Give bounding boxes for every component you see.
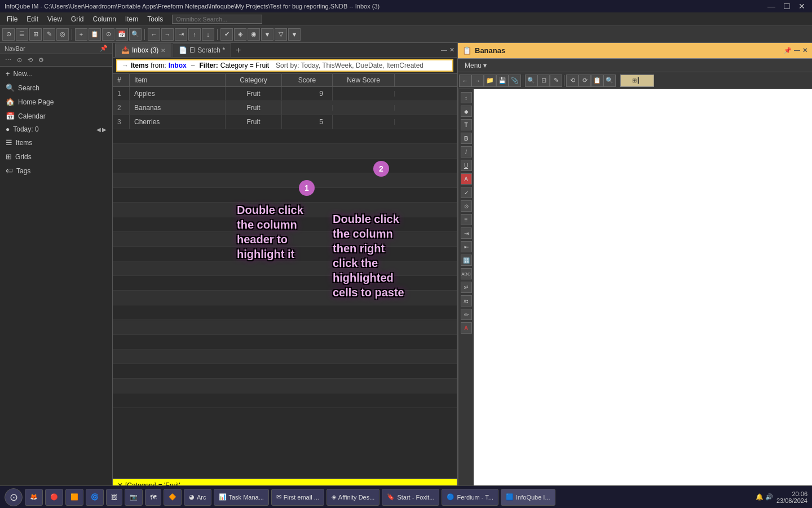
right-toolbar-btn-4[interactable]: 💾	[496, 75, 509, 87]
toolbar-btn-21[interactable]: ▼	[288, 28, 301, 41]
toolbar-btn-9[interactable]: 📅	[116, 28, 128, 41]
toolbar-btn-17[interactable]: ◈	[234, 28, 246, 41]
taskbar-app5[interactable]: 🌀	[86, 489, 104, 506]
toolbar-btn-7[interactable]: 📋	[89, 28, 101, 41]
col-header-newscore[interactable]: New Score	[333, 74, 395, 86]
right-panel-min[interactable]: —	[794, 47, 800, 54]
taskbar-start[interactable]: ⊙	[5, 488, 23, 506]
col-header-item[interactable]: Item	[130, 74, 226, 86]
taskbar-arc[interactable]: ◕ Arc	[184, 489, 211, 506]
toolbar-btn-5[interactable]: ◎	[56, 28, 69, 41]
tab-win-close[interactable]: ✕	[449, 46, 454, 54]
toolbar-btn-20[interactable]: ▽	[275, 28, 287, 41]
close-button[interactable]: ✕	[796, 2, 807, 11]
right-toolbar-btn-9[interactable]: ⟲	[566, 75, 579, 87]
minimize-button[interactable]: —	[765, 2, 778, 11]
right-toolbar-btn-2[interactable]: →	[471, 75, 484, 87]
side-btn-arrow[interactable]: ↕	[461, 92, 472, 103]
toolbar-btn-18[interactable]: ◉	[248, 28, 260, 41]
toolbar-btn-16[interactable]: ✔	[220, 28, 233, 41]
menu-column[interactable]: Column	[89, 14, 121, 24]
today-next-arrow[interactable]: ▶	[102, 126, 107, 133]
side-btn-text[interactable]: T	[461, 119, 472, 130]
right-panel-close[interactable]: ✕	[802, 47, 807, 54]
tab-scratch[interactable]: 📄 El Scratch *	[173, 43, 231, 57]
side-btn-bold[interactable]: B	[461, 133, 472, 144]
toolbar-btn-1[interactable]: ⊙	[2, 28, 15, 41]
taskbar-affinity[interactable]: ◈ Affinity Des...	[326, 489, 380, 506]
omnibox-input[interactable]	[172, 15, 262, 24]
side-btn-bullet[interactable]: ≡	[461, 214, 472, 225]
sidebar-item-today[interactable]: ● Today: 0 ◀ ▶	[0, 123, 112, 135]
menu-view[interactable]: View	[43, 14, 67, 24]
taskbar-app6[interactable]: 🖼	[106, 489, 122, 506]
tab-inbox[interactable]: 📥 Inbox (3) ✕	[115, 43, 171, 57]
side-btn-super[interactable]: x²	[461, 282, 472, 293]
toolbar-btn-10[interactable]: 🔍	[129, 28, 142, 41]
toolbar-btn-8[interactable]: ⊙	[102, 28, 114, 41]
right-toolbar-btn-8[interactable]: ✎	[550, 75, 562, 87]
menu-edit[interactable]: Edit	[22, 14, 43, 24]
today-prev-arrow[interactable]: ◀	[96, 126, 101, 133]
taskbar-taskmgr[interactable]: 📊 Task Mana...	[214, 489, 269, 506]
add-tab-button[interactable]: +	[232, 45, 244, 55]
toolbar-btn-3[interactable]: ⊞	[29, 28, 42, 41]
menu-grid[interactable]: Grid	[67, 14, 89, 24]
taskbar-foxit[interactable]: 🔖 Start - Foxit...	[382, 489, 439, 506]
side-btn-checkbox[interactable]: ✓	[461, 187, 472, 198]
side-btn-font-color[interactable]: A	[461, 322, 472, 334]
sidebar-item-calendar[interactable]: 📅 Calendar	[0, 109, 112, 123]
toolbar-btn-2[interactable]: ☰	[16, 28, 28, 41]
side-btn-abc[interactable]: ABC	[461, 268, 472, 279]
navbar-pin-icon[interactable]: 📌	[100, 45, 108, 52]
sidebar-item-grids[interactable]: ⊞ Grids	[0, 150, 112, 164]
col-header-num[interactable]: #	[113, 74, 130, 86]
side-btn-num[interactable]: 🔢	[461, 255, 472, 266]
navbar-home-btn[interactable]: ⊙	[15, 56, 24, 64]
maximize-button[interactable]: ☐	[781, 2, 793, 11]
right-toolbar-btn-7[interactable]: ⊡	[537, 75, 550, 87]
side-btn-italic[interactable]: I	[461, 146, 472, 157]
inbox-tab-close[interactable]: ✕	[161, 47, 165, 54]
navbar-menu-btn[interactable]: ⋯	[3, 56, 13, 64]
toolbar-btn-12[interactable]: →	[161, 28, 174, 41]
side-btn-pen[interactable]: ✏	[461, 309, 472, 320]
sidebar-item-search[interactable]: 🔍 Search	[0, 81, 112, 95]
taskbar-app7[interactable]: 📷	[125, 489, 143, 506]
col-header-category[interactable]: Category	[226, 74, 282, 86]
right-toolbar-btn-10[interactable]: ⟳	[579, 75, 591, 87]
taskbar-app9[interactable]: 🔶	[164, 489, 182, 506]
toolbar-btn-15[interactable]: ↓	[202, 28, 214, 41]
side-btn-outdent[interactable]: ⇤	[461, 241, 472, 252]
right-toolbar-btn-6[interactable]: 🔍	[525, 75, 537, 87]
toolbar-btn-6[interactable]: +	[75, 28, 87, 41]
navbar-refresh-btn[interactable]: ⟲	[26, 56, 34, 64]
toolbar-btn-4[interactable]: ✎	[43, 28, 55, 41]
taskbar-firefox[interactable]: 🦊	[25, 489, 43, 506]
taskbar-app3[interactable]: 🔴	[45, 489, 63, 506]
right-toolbar-btn-11[interactable]: 📋	[591, 75, 603, 87]
toolbar-btn-14[interactable]: ↑	[188, 28, 201, 41]
menu-file[interactable]: File	[2, 14, 22, 24]
menu-tools[interactable]: Tools	[143, 14, 167, 24]
toolbar-btn-19[interactable]: ▼	[261, 28, 273, 41]
side-btn-indent[interactable]: ⇥	[461, 227, 472, 239]
sidebar-item-tags[interactable]: 🏷 Tags	[0, 164, 112, 178]
side-btn-color[interactable]: A	[461, 173, 472, 185]
side-btn-diamond[interactable]: ◆	[461, 106, 472, 117]
toolbar-btn-11[interactable]: ←	[148, 28, 160, 41]
toolbar-btn-13[interactable]: ⇥	[175, 28, 187, 41]
sidebar-item-new[interactable]: + New...	[0, 67, 112, 81]
right-panel-pin[interactable]: 📌	[784, 47, 792, 54]
sidebar-item-items[interactable]: ☰ Items	[0, 135, 112, 150]
right-toolbar-btn-1[interactable]: ←	[459, 75, 471, 87]
navbar-settings-btn[interactable]: ⚙	[37, 56, 46, 64]
taskbar-sublime[interactable]: 🟧	[65, 489, 83, 506]
right-toolbar-btn-3[interactable]: 📁	[484, 75, 496, 87]
taskbar-firstemail[interactable]: ✉ First email ...	[271, 489, 324, 506]
taskbar-app8[interactable]: 🗺	[145, 489, 161, 506]
menu-item[interactable]: Item	[121, 14, 143, 24]
tab-win-min[interactable]: —	[441, 46, 447, 54]
side-btn-sub[interactable]: x₂	[461, 295, 472, 306]
right-menu-menu[interactable]: Menu ▾	[460, 60, 491, 71]
